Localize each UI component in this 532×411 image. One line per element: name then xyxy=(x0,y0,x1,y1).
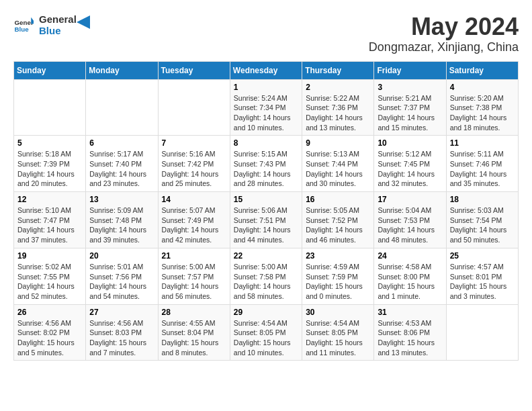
day-info: Sunrise: 4:53 AM Sunset: 8:06 PM Dayligh… xyxy=(378,318,442,358)
svg-text:Blue: Blue xyxy=(15,26,30,33)
calendar-header-row: SundayMondayTuesdayWednesdayThursdayFrid… xyxy=(14,61,519,79)
day-info: Sunrise: 5:02 AM Sunset: 7:55 PM Dayligh… xyxy=(17,262,82,302)
column-header-saturday: Saturday xyxy=(446,61,518,79)
day-info: Sunrise: 5:04 AM Sunset: 7:53 PM Dayligh… xyxy=(378,205,442,245)
calendar-cell: 31Sunrise: 4:53 AM Sunset: 8:06 PM Dayli… xyxy=(374,304,446,361)
day-number: 20 xyxy=(89,251,154,261)
day-number: 31 xyxy=(378,308,442,317)
day-info: Sunrise: 4:56 AM Sunset: 8:03 PM Dayligh… xyxy=(89,318,154,358)
logo: General Blue General Blue xyxy=(13,13,90,36)
calendar-cell: 5Sunrise: 5:18 AM Sunset: 7:39 PM Daylig… xyxy=(14,136,86,192)
calendar-cell: 4Sunrise: 5:20 AM Sunset: 7:38 PM Daylig… xyxy=(446,79,518,136)
calendar-cell: 10Sunrise: 5:12 AM Sunset: 7:45 PM Dayli… xyxy=(374,136,446,192)
day-info: Sunrise: 5:13 AM Sunset: 7:44 PM Dayligh… xyxy=(306,149,370,189)
calendar-cell: 8Sunrise: 5:15 AM Sunset: 7:43 PM Daylig… xyxy=(230,136,302,192)
day-number: 13 xyxy=(89,195,154,204)
day-info: Sunrise: 5:00 AM Sunset: 7:57 PM Dayligh… xyxy=(162,262,226,302)
day-number: 11 xyxy=(450,138,515,148)
day-info: Sunrise: 5:03 AM Sunset: 7:54 PM Dayligh… xyxy=(450,205,515,245)
day-info: Sunrise: 5:10 AM Sunset: 7:47 PM Dayligh… xyxy=(17,205,82,245)
day-info: Sunrise: 4:55 AM Sunset: 8:04 PM Dayligh… xyxy=(162,318,226,358)
calendar-cell: 27Sunrise: 4:56 AM Sunset: 8:03 PM Dayli… xyxy=(86,304,158,361)
calendar-week-row: 1Sunrise: 5:24 AM Sunset: 7:34 PM Daylig… xyxy=(14,79,519,136)
calendar-cell: 9Sunrise: 5:13 AM Sunset: 7:44 PM Daylig… xyxy=(302,136,374,192)
calendar-subtitle: Dongmazar, Xinjiang, China xyxy=(369,40,519,54)
calendar-cell xyxy=(86,79,158,136)
logo-text-general: General xyxy=(39,13,77,25)
calendar-cell: 18Sunrise: 5:03 AM Sunset: 7:54 PM Dayli… xyxy=(446,192,518,248)
day-info: Sunrise: 5:09 AM Sunset: 7:48 PM Dayligh… xyxy=(89,205,154,245)
day-info: Sunrise: 5:24 AM Sunset: 7:34 PM Dayligh… xyxy=(234,93,298,133)
calendar-cell: 24Sunrise: 4:58 AM Sunset: 8:00 PM Dayli… xyxy=(374,248,446,304)
day-info: Sunrise: 4:54 AM Sunset: 8:05 PM Dayligh… xyxy=(234,318,298,358)
day-number: 1 xyxy=(234,83,298,92)
svg-marker-2 xyxy=(31,17,34,24)
day-number: 30 xyxy=(306,308,370,317)
calendar-cell: 12Sunrise: 5:10 AM Sunset: 7:47 PM Dayli… xyxy=(14,192,86,248)
day-number: 25 xyxy=(450,251,515,261)
day-number: 15 xyxy=(234,195,298,204)
day-info: Sunrise: 5:21 AM Sunset: 7:37 PM Dayligh… xyxy=(378,93,442,133)
calendar-cell: 21Sunrise: 5:00 AM Sunset: 7:57 PM Dayli… xyxy=(158,248,230,304)
day-info: Sunrise: 5:11 AM Sunset: 7:46 PM Dayligh… xyxy=(450,149,515,189)
calendar-week-row: 19Sunrise: 5:02 AM Sunset: 7:55 PM Dayli… xyxy=(14,248,519,304)
day-number: 14 xyxy=(162,195,226,204)
day-number: 27 xyxy=(89,308,154,317)
logo-arrow-icon xyxy=(77,15,90,29)
day-number: 18 xyxy=(450,195,515,204)
day-number: 10 xyxy=(378,138,442,148)
day-info: Sunrise: 4:54 AM Sunset: 8:05 PM Dayligh… xyxy=(306,318,370,358)
day-number: 19 xyxy=(17,251,82,261)
day-info: Sunrise: 5:07 AM Sunset: 7:49 PM Dayligh… xyxy=(162,205,226,245)
column-header-wednesday: Wednesday xyxy=(230,61,302,79)
day-info: Sunrise: 5:05 AM Sunset: 7:52 PM Dayligh… xyxy=(306,205,370,245)
day-number: 9 xyxy=(306,138,370,148)
calendar-cell: 13Sunrise: 5:09 AM Sunset: 7:48 PM Dayli… xyxy=(86,192,158,248)
logo-text-blue: Blue xyxy=(39,25,77,36)
column-header-friday: Friday xyxy=(374,61,446,79)
column-header-monday: Monday xyxy=(86,61,158,79)
calendar-title: May 2024 xyxy=(369,13,519,40)
calendar-cell: 19Sunrise: 5:02 AM Sunset: 7:55 PM Dayli… xyxy=(14,248,86,304)
calendar-week-row: 5Sunrise: 5:18 AM Sunset: 7:39 PM Daylig… xyxy=(14,136,519,192)
day-info: Sunrise: 5:18 AM Sunset: 7:39 PM Dayligh… xyxy=(17,149,82,189)
day-info: Sunrise: 5:06 AM Sunset: 7:51 PM Dayligh… xyxy=(234,205,298,245)
calendar-cell xyxy=(446,304,518,361)
day-number: 3 xyxy=(378,83,442,92)
day-info: Sunrise: 5:16 AM Sunset: 7:42 PM Dayligh… xyxy=(162,149,226,189)
day-number: 23 xyxy=(306,251,370,261)
day-info: Sunrise: 5:01 AM Sunset: 7:56 PM Dayligh… xyxy=(89,262,154,302)
calendar-cell: 3Sunrise: 5:21 AM Sunset: 7:37 PM Daylig… xyxy=(374,79,446,136)
calendar-cell: 23Sunrise: 4:59 AM Sunset: 7:59 PM Dayli… xyxy=(302,248,374,304)
day-number: 4 xyxy=(450,83,515,92)
calendar-cell: 30Sunrise: 4:54 AM Sunset: 8:05 PM Dayli… xyxy=(302,304,374,361)
calendar-week-row: 12Sunrise: 5:10 AM Sunset: 7:47 PM Dayli… xyxy=(14,192,519,248)
day-number: 21 xyxy=(162,251,226,261)
calendar-cell: 29Sunrise: 4:54 AM Sunset: 8:05 PM Dayli… xyxy=(230,304,302,361)
column-header-thursday: Thursday xyxy=(302,61,374,79)
day-number: 12 xyxy=(17,195,82,204)
calendar-cell: 28Sunrise: 4:55 AM Sunset: 8:04 PM Dayli… xyxy=(158,304,230,361)
calendar-cell: 2Sunrise: 5:22 AM Sunset: 7:36 PM Daylig… xyxy=(302,79,374,136)
calendar-cell xyxy=(14,79,86,136)
day-info: Sunrise: 5:00 AM Sunset: 7:58 PM Dayligh… xyxy=(234,262,298,302)
page-header: General Blue General Blue May 2024 Dongm… xyxy=(13,13,519,54)
day-number: 16 xyxy=(306,195,370,204)
logo-icon: General Blue xyxy=(13,15,34,35)
day-number: 24 xyxy=(378,251,442,261)
calendar-cell: 26Sunrise: 4:56 AM Sunset: 8:02 PM Dayli… xyxy=(14,304,86,361)
svg-marker-3 xyxy=(77,15,90,29)
day-info: Sunrise: 4:56 AM Sunset: 8:02 PM Dayligh… xyxy=(17,318,82,358)
day-info: Sunrise: 5:15 AM Sunset: 7:43 PM Dayligh… xyxy=(234,149,298,189)
day-info: Sunrise: 5:22 AM Sunset: 7:36 PM Dayligh… xyxy=(306,93,370,133)
day-info: Sunrise: 4:57 AM Sunset: 8:01 PM Dayligh… xyxy=(450,262,515,302)
day-info: Sunrise: 5:12 AM Sunset: 7:45 PM Dayligh… xyxy=(378,149,442,189)
title-block: May 2024 Dongmazar, Xinjiang, China xyxy=(369,13,519,54)
day-number: 29 xyxy=(234,308,298,317)
calendar-cell: 1Sunrise: 5:24 AM Sunset: 7:34 PM Daylig… xyxy=(230,79,302,136)
column-header-tuesday: Tuesday xyxy=(158,61,230,79)
calendar-cell: 25Sunrise: 4:57 AM Sunset: 8:01 PM Dayli… xyxy=(446,248,518,304)
day-info: Sunrise: 4:58 AM Sunset: 8:00 PM Dayligh… xyxy=(378,262,442,302)
day-info: Sunrise: 5:17 AM Sunset: 7:40 PM Dayligh… xyxy=(89,149,154,189)
calendar-cell: 6Sunrise: 5:17 AM Sunset: 7:40 PM Daylig… xyxy=(86,136,158,192)
